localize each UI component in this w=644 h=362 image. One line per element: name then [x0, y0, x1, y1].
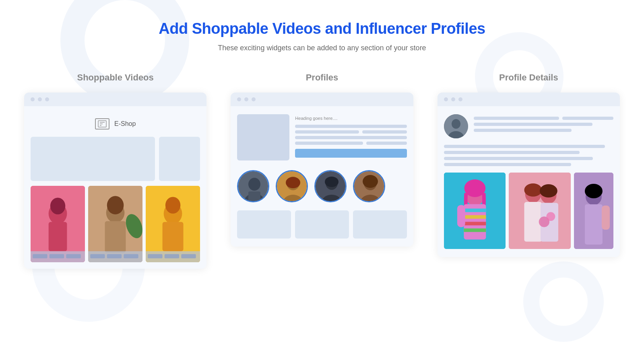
profiles-banner-img	[237, 114, 289, 160]
profiles-text-line-3	[295, 136, 407, 139]
browser-dot-pd2	[451, 97, 455, 101]
pd-info-line-3	[444, 157, 593, 160]
profile-details-mockup	[438, 93, 620, 257]
pd-info-line-1	[444, 145, 605, 148]
svg-point-32	[286, 177, 300, 188]
profiles-text-line-2b	[362, 130, 407, 134]
pd-content	[444, 113, 613, 251]
widgets-row: Shoppable Videos	[24, 72, 620, 269]
sv-photos-row	[31, 186, 200, 262]
profiles-text-line-1	[295, 125, 407, 128]
avatar-inner-1	[238, 171, 268, 201]
pd-info-lines-header	[474, 114, 613, 132]
svg-rect-29	[248, 191, 260, 202]
svg-rect-20	[163, 222, 184, 251]
pd-info-line-2	[444, 151, 580, 154]
profile-details-label: Profile Details	[499, 72, 558, 83]
profile-avatar-1[interactable]	[237, 170, 269, 202]
browser-dot-2	[38, 97, 42, 101]
svg-rect-65	[585, 204, 603, 245]
pd-browser-body	[438, 106, 620, 257]
browser-dot-p2	[244, 97, 248, 101]
svg-point-36	[325, 177, 339, 187]
profile-card-1	[237, 210, 291, 239]
profiles-browser-body: Heading goes here....	[231, 106, 413, 247]
svg-point-21	[165, 197, 180, 214]
svg-point-4	[50, 198, 65, 215]
browser-header-sv	[24, 93, 206, 106]
svg-rect-3	[49, 222, 67, 251]
sv-photo-1	[31, 186, 85, 262]
pd-line-bio2	[474, 129, 572, 132]
sv-photo-2	[88, 186, 142, 262]
svg-rect-51	[464, 222, 486, 225]
pd-line-bio	[474, 123, 592, 126]
profiles-content: Heading goes here....	[237, 113, 407, 240]
browser-dot-pd1	[444, 97, 448, 101]
svg-rect-17	[124, 254, 138, 258]
profile-avatar-3[interactable]	[314, 170, 347, 202]
profiles-section: Profiles Heading goes here....	[231, 72, 413, 247]
profiles-avatars-row	[237, 167, 407, 206]
profiles-text-line-2a	[295, 130, 359, 134]
pd-avatar	[444, 114, 468, 138]
pd-photo-purple	[574, 173, 613, 249]
svg-rect-16	[107, 254, 122, 258]
store-name: E-Shop	[114, 120, 136, 128]
svg-rect-52	[464, 228, 486, 232]
shoppable-videos-mockup: E-Shop	[24, 93, 206, 269]
page-subtitle: These exciting widgets can be added to a…	[159, 44, 485, 52]
sv-photo-3	[146, 186, 200, 262]
profiles-text-line-4a	[295, 142, 363, 145]
svg-rect-11	[105, 221, 126, 253]
profiles-cta-btn[interactable]	[295, 149, 407, 158]
pd-header	[444, 114, 613, 138]
pd-photo-cyan	[444, 173, 506, 249]
profiles-mockup: Heading goes here....	[231, 93, 413, 247]
page-header: Add Shoppable Videos and Influencer Prof…	[159, 20, 485, 52]
profiles-cards-row	[237, 210, 407, 239]
svg-point-66	[585, 184, 603, 198]
sv-placeholder-side	[159, 137, 200, 181]
svg-point-12	[107, 196, 124, 214]
pd-info-section	[444, 145, 613, 166]
svg-point-62	[547, 212, 555, 221]
pd-line-name	[474, 117, 559, 120]
svg-point-56	[524, 183, 542, 197]
browser-header-pd	[438, 93, 620, 106]
svg-rect-24	[165, 254, 179, 258]
profiles-heading-text: Heading goes here....	[295, 116, 407, 121]
profiles-label: Profiles	[306, 72, 339, 83]
svg-point-43	[452, 119, 460, 129]
svg-rect-25	[182, 254, 196, 258]
pd-info-line-4	[444, 163, 571, 166]
profile-card-2	[295, 210, 349, 239]
sv-placeholder-main	[31, 137, 155, 181]
browser-dot-p1	[237, 97, 241, 101]
profile-avatar-2[interactable]	[276, 170, 308, 202]
svg-point-27	[248, 178, 260, 191]
browser-dot-p3	[252, 97, 256, 101]
store-icon	[95, 118, 109, 130]
svg-rect-50	[464, 215, 486, 219]
profiles-text-line-4b	[366, 142, 407, 145]
profile-card-3	[353, 210, 407, 239]
pd-line-handle	[562, 117, 613, 120]
svg-rect-67	[602, 206, 610, 230]
browser-dot-pd3	[458, 97, 462, 101]
shoppable-videos-section: Shoppable Videos	[24, 72, 206, 269]
profile-avatar-4[interactable]	[353, 170, 385, 202]
svg-point-59	[540, 184, 557, 197]
svg-rect-8	[66, 254, 80, 258]
avatar-inner-3	[316, 171, 345, 201]
svg-rect-15	[90, 254, 105, 258]
svg-rect-7	[50, 254, 64, 258]
browser-dot-1	[31, 97, 35, 101]
browser-header-profiles	[231, 93, 413, 106]
page-container: Add Shoppable Videos and Influencer Prof…	[0, 0, 644, 362]
shoppable-videos-label: Shoppable Videos	[77, 72, 154, 83]
page-title: Add Shoppable Videos and Influencer Prof…	[159, 20, 485, 37]
avatar-inner-2	[277, 171, 307, 201]
pd-photo-pink	[509, 173, 571, 249]
sv-store-header: E-Shop	[31, 113, 200, 137]
